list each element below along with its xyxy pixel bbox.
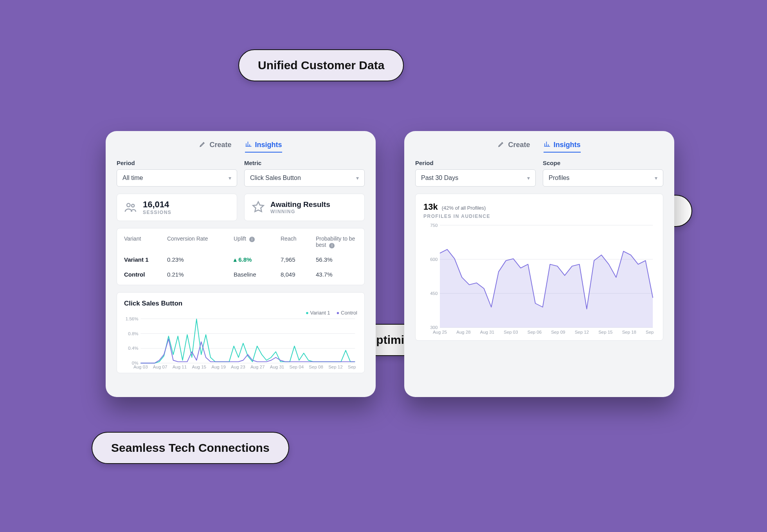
- pencil-icon: [498, 140, 505, 149]
- svg-text:0.8%: 0.8%: [128, 331, 138, 336]
- filter-label: Metric: [244, 160, 365, 166]
- tab-label: Insights: [554, 141, 581, 149]
- chevron-down-icon: ▾: [527, 175, 530, 181]
- svg-text:Sep 04: Sep 04: [290, 364, 304, 369]
- cell-prob: 43.7%: [316, 271, 357, 278]
- select-value: Profiles: [549, 174, 569, 182]
- profiles-count: 13k: [423, 202, 438, 212]
- tab-label: Create: [209, 141, 231, 149]
- pill-seamless-tech: Seamless Tech Connections: [92, 432, 289, 464]
- chevron-down-icon: ▾: [655, 175, 657, 181]
- table-row: Control 0.21% Baseline 8,049 43.7%: [117, 267, 364, 282]
- col-conversion: Conversion Rate: [167, 235, 234, 248]
- star-icon: [252, 201, 265, 214]
- tab-label: Create: [508, 141, 530, 149]
- winning-label: WINNING: [270, 209, 330, 214]
- info-icon[interactable]: i: [329, 243, 335, 248]
- profiles-label: PROFILES IN AUDIENCE: [423, 214, 655, 219]
- card-tabs: Create Insights: [117, 140, 365, 153]
- cell-conversion: 0.23%: [167, 256, 234, 263]
- metric-select[interactable]: Click Sales Button ▾: [244, 169, 365, 187]
- svg-text:Sep 09: Sep 09: [551, 330, 565, 334]
- cell-uplift: Baseline: [234, 271, 281, 278]
- info-icon[interactable]: i: [249, 237, 255, 242]
- stat-winning: Awaiting Results WINNING: [244, 194, 365, 221]
- cell-prob: 56.3%: [316, 256, 357, 263]
- sessions-label: SESSIONS: [143, 210, 171, 215]
- cell-reach: 8,049: [281, 271, 316, 278]
- pill-label: Seamless Tech Connections: [111, 441, 270, 454]
- select-value: Click Sales Button: [250, 174, 301, 182]
- chevron-down-icon: ▾: [356, 175, 359, 181]
- svg-text:Aug 27: Aug 27: [250, 364, 265, 369]
- scope-select[interactable]: Profiles ▾: [543, 169, 663, 187]
- filters-row: Period All time ▾ Metric Click Sales But…: [117, 160, 365, 187]
- legend-control: Control: [337, 310, 357, 316]
- cell-reach: 7,965: [281, 256, 316, 263]
- svg-text:Sep 06: Sep 06: [528, 330, 542, 334]
- chart-legend: Variant 1 Control: [124, 310, 357, 316]
- svg-text:Aug 03: Aug 03: [133, 364, 148, 369]
- svg-text:Sep 18: Sep 18: [622, 330, 636, 334]
- stats-row: 16,014 SESSIONS Awaiting Results WINNING: [117, 194, 365, 221]
- svg-text:Aug 25: Aug 25: [433, 330, 447, 334]
- col-reach: Reach: [281, 235, 316, 248]
- card-tabs: Create Insights: [415, 140, 663, 153]
- svg-text:Aug 31: Aug 31: [480, 330, 494, 334]
- svg-text:Aug 31: Aug 31: [270, 364, 284, 369]
- filter-period: Period All time ▾: [117, 160, 237, 187]
- variant-table: Variant Conversion Rate Uplift i Reach P…: [117, 228, 365, 285]
- bar-chart-icon: [245, 140, 252, 149]
- svg-text:Aug 11: Aug 11: [173, 364, 187, 369]
- chevron-down-icon: ▾: [229, 175, 231, 181]
- users-icon: [124, 201, 137, 214]
- insights-card-experimentation: Create Insights Period All time ▾ Metric: [106, 131, 376, 397]
- profiles-pct: (42% of all Profiles): [442, 205, 486, 211]
- svg-text:600: 600: [430, 257, 438, 262]
- tab-insights[interactable]: Insights: [245, 140, 282, 153]
- sessions-count: 16,014: [143, 200, 171, 210]
- cell-conversion: 0.21%: [167, 271, 234, 278]
- svg-point-0: [127, 203, 130, 207]
- svg-text:Aug 19: Aug 19: [211, 364, 226, 369]
- table-row: Variant 1 0.23% 6.8% 7,965 56.3%: [117, 252, 364, 267]
- cell-variant: Variant 1: [124, 256, 167, 263]
- profiles-heading: 13k (42% of all Profiles): [423, 202, 655, 212]
- tab-label: Insights: [255, 141, 282, 149]
- col-prob: Probability to be best i: [316, 235, 357, 248]
- filter-label: Period: [415, 160, 536, 166]
- svg-text:Sep 21: Sep 21: [646, 330, 655, 334]
- conversion-chart: 0%0.4%0.8%1.56%Aug 03Aug 07Aug 11Aug 15A…: [124, 317, 357, 370]
- profiles-panel: 13k (42% of all Profiles) PROFILES IN AU…: [415, 194, 663, 341]
- winning-title: Awaiting Results: [270, 200, 330, 209]
- pill-label: Unified Customer Data: [258, 59, 384, 72]
- chart-title: Click Sales Button: [124, 300, 357, 307]
- tab-insights[interactable]: Insights: [544, 140, 581, 153]
- filter-label: Period: [117, 160, 237, 166]
- select-value: All time: [122, 174, 143, 182]
- pill-unified-data: Unified Customer Data: [238, 49, 404, 81]
- tab-create[interactable]: Create: [498, 140, 530, 153]
- period-select[interactable]: Past 30 Days ▾: [415, 169, 536, 187]
- svg-text:Aug 28: Aug 28: [456, 330, 470, 334]
- insights-card-profiles: Create Insights Period Past 30 Days ▾ Sc…: [404, 131, 674, 397]
- cell-uplift: 6.8%: [234, 256, 281, 263]
- chart-panel-conversion: Click Sales Button Variant 1 Control 0%0…: [117, 292, 365, 374]
- pencil-icon: [199, 140, 206, 149]
- tab-create[interactable]: Create: [199, 140, 231, 153]
- svg-text:1.56%: 1.56%: [126, 317, 139, 321]
- svg-point-1: [131, 204, 134, 207]
- svg-text:Aug 15: Aug 15: [192, 364, 206, 369]
- filters-row: Period Past 30 Days ▾ Scope Profiles ▾: [415, 160, 663, 187]
- svg-text:Sep 03: Sep 03: [504, 330, 518, 334]
- svg-text:Sep 08: Sep 08: [309, 364, 323, 369]
- svg-text:Aug 07: Aug 07: [153, 364, 167, 369]
- svg-text:0.4%: 0.4%: [128, 346, 138, 350]
- legend-variant1: Variant 1: [306, 310, 330, 316]
- svg-text:300: 300: [430, 325, 438, 330]
- filter-metric: Metric Click Sales Button ▾: [244, 160, 365, 187]
- period-select[interactable]: All time ▾: [117, 169, 237, 187]
- bar-chart-icon: [544, 140, 551, 149]
- svg-text:Sep 12: Sep 12: [328, 364, 343, 369]
- svg-text:Aug 23: Aug 23: [231, 364, 245, 369]
